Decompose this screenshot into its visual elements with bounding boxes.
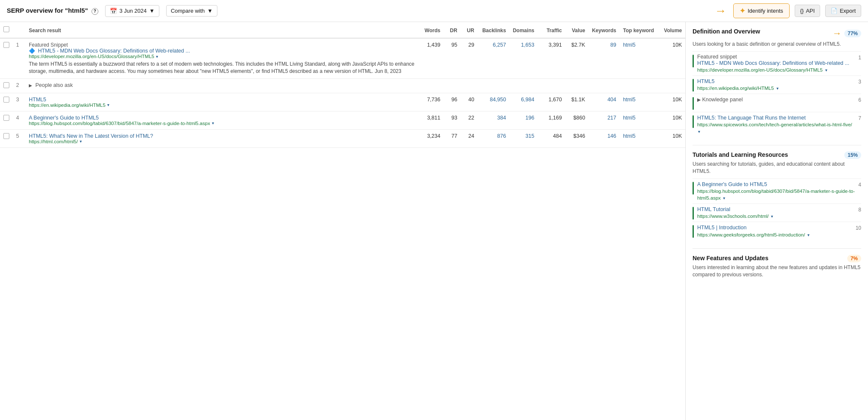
intent-item-num: 6 [858,96,861,103]
row-num: 3 [13,93,25,111]
row-checkbox-cell [0,78,13,93]
date-picker[interactable]: 📅 3 Jun 2024 ▼ [105,5,159,17]
result-link[interactable]: HTML5 - MDN Web Docs Glossary: Definitio… [38,48,190,54]
intent-item-content: ▶ Knowledge panel [697,96,743,103]
th-checkbox[interactable] [0,22,13,38]
row-num: 1 [13,38,25,78]
intent-item-link[interactable]: HTML5 [697,78,715,84]
th-words[interactable]: Words [418,22,444,38]
row-traffic: 1,670 [538,93,565,111]
url-dropdown-icon[interactable]: ▾ [156,54,158,59]
row-checkbox[interactable] [3,82,9,88]
row-volume: 10K [658,111,685,129]
row-top-keyword: html5 [620,111,658,129]
intent-item-left: HTML5 | Introduction https://www.geeksfo… [693,224,810,238]
paa-label: ▶ People also ask [29,82,415,88]
api-button[interactable]: {} API [795,5,821,17]
row-traffic: 1,169 [538,111,565,129]
intent-item-url[interactable]: https://en.wikipedia.org/wiki/HTML5 [697,86,774,91]
th-domains[interactable]: Domains [509,22,538,38]
intent-item-left: ▶ Knowledge panel [693,96,743,110]
row-num: 2 [13,78,25,93]
intent-item-url[interactable]: https://blog.hubspot.com/blog/tabid/6307… [697,189,855,200]
result-url[interactable]: https://blog.hubspot.com/blog/tabid/6307… [29,121,210,126]
right-panel: Definition and Overview → 77% Users look… [686,22,868,420]
plus-icon: ✦ [740,7,745,15]
intent-item-link[interactable]: HTML Tutorial [697,206,730,212]
row-dr: 95 [444,38,461,78]
th-traffic[interactable]: Traffic [538,22,565,38]
th-volume[interactable]: Volume [658,22,685,38]
export-icon: 📄 [831,8,837,14]
help-icon[interactable]: ? [92,8,98,15]
green-bar [693,97,694,110]
intent-item-link[interactable]: HTML5: The Language That Runs the Intern… [697,115,806,121]
select-all-checkbox[interactable] [3,26,9,32]
th-dr[interactable]: DR [444,22,461,38]
green-bar [693,207,694,220]
intent-item-num: 7 [858,114,861,121]
intent-item-url[interactable]: https://www.w3schools.com/html/ [697,214,769,219]
intent-item-url[interactable]: https://www.geeksforgeeks.org/html5-intr… [697,232,805,237]
row-value: $2.7K [565,38,589,78]
intent-item-content: Featured snippet HTML5 - MDN Web Docs Gl… [697,54,849,73]
result-url[interactable]: https://en.wikipedia.org/wiki/HTML5 [29,103,106,108]
intent-item-link[interactable]: HTML5 | Introduction [697,225,747,231]
green-bar [693,79,694,92]
row-keywords: 89 [589,38,620,78]
row-volume: 10K [658,93,685,111]
snippet-text: The term HTML5 is essentially a buzzword… [29,61,415,75]
th-top-keyword[interactable]: Top keyword [620,22,658,38]
th-search-result[interactable]: Search result [25,22,418,38]
row-traffic: 3,391 [538,38,565,78]
intent-item-left: A Beginner's Guide to HTML5 https://blog… [693,181,855,201]
identify-intents-button[interactable]: ✦ Identify intents [733,3,790,18]
result-link[interactable]: A Beginner's Guide to HTML5 [29,115,99,121]
th-backlinks[interactable]: Backlinks [478,22,509,38]
row-num: 5 [13,129,25,147]
intent-item-link[interactable]: HTML5 - MDN Web Docs Glossary: Definitio… [697,60,849,66]
result-link[interactable]: HTML5 [29,97,46,103]
table-row: 3 HTML5 https://en.wikipedia.org/wiki/HT… [0,93,685,111]
result-url[interactable]: https://developer.mozilla.org/en-US/docs… [29,54,154,59]
row-checkbox[interactable] [3,115,9,121]
green-bar [693,182,694,195]
intent-item-content: HTML5 | Introduction https://www.geeksfo… [697,224,810,238]
result-url[interactable]: https://html.com/html5/ [29,139,78,144]
intent-title-tutorials: Tutorials and Learning Resources [693,151,788,158]
intent-item-link[interactable]: A Beginner's Guide to HTML5 [697,181,767,187]
featured-snippet-label: Featured Snippet [29,42,415,48]
url-dropdown-icon[interactable]: ▾ [107,103,109,107]
green-bar [693,225,694,238]
result-link[interactable]: HTML5: What's New in The Latest Version … [29,133,153,139]
page-icon: 🔷 [29,48,35,54]
row-words: 1,439 [418,38,444,78]
triangle-icon: ▶ [697,97,701,102]
intent-items-tutorials: A Beginner's Guide to HTML5 https://blog… [693,178,861,240]
url-dropdown-icon[interactable]: ▾ [80,139,82,144]
th-ur[interactable]: UR [461,22,478,38]
export-button[interactable]: 📄 Export [825,5,861,17]
intent-item-url[interactable]: https://developer.mozilla.org/en-US/docs… [697,67,823,72]
section-divider [693,248,861,249]
knowledge-panel-label: Knowledge panel [702,97,743,103]
compare-with-button[interactable]: Compare with ▼ [166,5,217,17]
intent-item: HTML Tutorial https://www.w3schools.com/… [693,203,861,222]
url-dropdown-icon: ▾ [723,196,725,200]
result-title-row: HTML5 [29,97,415,103]
row-checkbox[interactable] [3,42,9,48]
row-backlinks: 876 [478,129,509,147]
row-checkbox[interactable] [3,133,9,139]
intent-item-url[interactable]: https://www.spiceworks.com/tech/tech-gen… [697,122,852,127]
intent-header-tutorials: Tutorials and Learning Resources 15% [693,151,861,159]
intent-section-new-features: New Features and Updates 7% Users intere… [693,255,861,278]
row-result: A Beginner's Guide to HTML5 https://blog… [25,111,418,129]
intent-section-definition: Definition and Overview → 77% Users look… [693,28,861,136]
row-dr: 96 [444,93,461,111]
th-keywords[interactable]: Keywords [589,22,620,38]
row-result: HTML5: What's New in The Latest Version … [25,129,418,147]
row-checkbox[interactable] [3,97,9,103]
url-dropdown-icon[interactable]: ▾ [212,121,214,125]
th-value[interactable]: Value [565,22,589,38]
calendar-icon: 📅 [110,8,117,14]
